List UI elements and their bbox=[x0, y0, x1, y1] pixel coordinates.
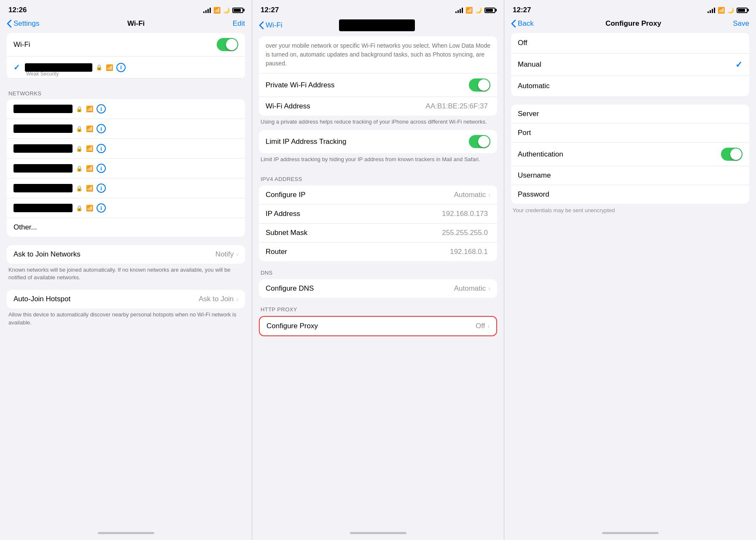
configure-proxy-label: Configure Proxy bbox=[266, 322, 476, 330]
username-row[interactable]: Username bbox=[511, 166, 749, 185]
bottom-spacer-p2 bbox=[252, 336, 504, 353]
router-value: 192.168.0.1 bbox=[450, 248, 488, 256]
toggle-knob-limit bbox=[478, 136, 490, 147]
network-row-1[interactable]: 🔒 📶 i bbox=[7, 99, 245, 119]
limit-ip-row[interactable]: Limit IP Address Tracking bbox=[259, 130, 497, 153]
limit-ip-toggle[interactable] bbox=[469, 135, 490, 148]
wifi-toggle[interactable] bbox=[217, 38, 238, 51]
back-button-1[interactable]: Settings bbox=[7, 19, 39, 28]
subnet-mask-value: 255.255.255.0 bbox=[442, 229, 488, 237]
back-button-2[interactable]: Wi-Fi bbox=[259, 21, 282, 30]
bar4-p3 bbox=[714, 8, 715, 13]
bar2-p3 bbox=[710, 10, 711, 13]
ask-join-row[interactable]: Ask to Join Networks Notify › bbox=[7, 245, 245, 264]
signal-bars-1 bbox=[203, 7, 211, 13]
wifi-toggle-label: Wi-Fi bbox=[13, 40, 217, 49]
http-proxy-highlight: Configure Proxy Off › bbox=[259, 316, 497, 336]
subnet-mask-label: Subnet Mask bbox=[266, 229, 442, 237]
info-5[interactable]: i bbox=[97, 184, 106, 193]
network-icons-5: 🔒 📶 i bbox=[76, 184, 106, 193]
configure-proxy-row[interactable]: Configure Proxy Off › bbox=[260, 317, 496, 335]
save-button[interactable]: Save bbox=[733, 19, 749, 28]
network-row-5[interactable]: 🔒 📶 i bbox=[7, 178, 245, 198]
proxy-off-row[interactable]: Off bbox=[511, 33, 749, 54]
bar3-p3 bbox=[712, 9, 713, 13]
home-bar-3 bbox=[602, 532, 659, 534]
auth-label: Authentication bbox=[518, 150, 721, 159]
battery-fill-3 bbox=[738, 9, 745, 12]
lock-2: 🔒 bbox=[76, 126, 83, 132]
auto-join-footer: Allow this device to automatically disco… bbox=[0, 308, 252, 326]
info-2[interactable]: i bbox=[97, 124, 106, 133]
back-label-3: Back bbox=[518, 19, 534, 28]
authentication-row[interactable]: Authentication bbox=[511, 143, 749, 166]
wifi-address-row: Wi-Fi Address AA:B1:BE:25:6F:37 bbox=[259, 97, 497, 116]
configure-dns-chevron: › bbox=[488, 285, 490, 292]
auto-join-group: Auto-Join Hotspot Ask to Join › Allow th… bbox=[0, 290, 252, 326]
auto-join-label: Auto-Join Hotspot bbox=[13, 295, 199, 303]
back-label-1: Settings bbox=[13, 19, 39, 28]
port-row[interactable]: Port bbox=[511, 124, 749, 143]
status-bar-2: 12:27 📶 🌙 bbox=[252, 0, 504, 18]
http-proxy-header: HTTP PROXY bbox=[252, 298, 504, 316]
auto-join-row[interactable]: Auto-Join Hotspot Ask to Join › bbox=[7, 290, 245, 308]
status-icons-2: 📶 🌙 bbox=[455, 7, 495, 14]
private-wifi-footer: Using a private address helps reduce tra… bbox=[252, 116, 504, 126]
configure-ip-row[interactable]: Configure IP Automatic › bbox=[259, 186, 497, 205]
configure-dns-row[interactable]: Configure DNS Automatic › bbox=[259, 279, 497, 298]
status-bar-1: 12:26 📶 🌙 bbox=[0, 0, 252, 18]
network-name-2 bbox=[13, 124, 73, 133]
router-label: Router bbox=[266, 248, 450, 256]
back-button-3[interactable]: Back bbox=[511, 19, 534, 28]
home-indicator-3 bbox=[504, 526, 756, 540]
proxy-automatic-row[interactable]: Automatic bbox=[511, 76, 749, 96]
private-wifi-toggle[interactable] bbox=[469, 78, 490, 92]
lock-3: 🔒 bbox=[76, 146, 83, 152]
info-1[interactable]: i bbox=[97, 104, 106, 113]
ask-join-group: Ask to Join Networks Notify › Known netw… bbox=[0, 245, 252, 281]
configure-ip-value: Automatic bbox=[454, 191, 486, 199]
ipv4-header: IPV4 ADDRESS bbox=[252, 167, 504, 186]
password-row[interactable]: Password bbox=[511, 185, 749, 204]
network-name-6 bbox=[13, 204, 73, 212]
ask-join-chevron: › bbox=[236, 251, 238, 258]
wifi-3: 📶 bbox=[86, 145, 93, 152]
auth-toggle[interactable] bbox=[721, 148, 743, 161]
other-network-label: Other... bbox=[13, 223, 238, 232]
networks-group: NETWORKS 🔒 📶 i 🔒 📶 i bbox=[0, 87, 252, 237]
network-row-3[interactable]: 🔒 📶 i bbox=[7, 139, 245, 159]
back-label-2: Wi-Fi bbox=[266, 21, 282, 30]
info-3[interactable]: i bbox=[97, 144, 106, 153]
info-button-connected[interactable]: i bbox=[116, 63, 126, 72]
connected-network-wrapper: ✓ 🔒 📶 i Weak Security bbox=[7, 57, 245, 78]
proxy-manual-row[interactable]: Manual ✓ bbox=[511, 54, 749, 76]
wifi-status-icon-1: 📶 bbox=[213, 7, 221, 14]
lock-1: 🔒 bbox=[76, 106, 83, 112]
nav-bar-1: Settings Wi-Fi Edit bbox=[0, 18, 252, 33]
wifi-toggle-group: Wi-Fi ✓ 🔒 📶 i bbox=[0, 33, 252, 78]
weak-security-label: Weak Security bbox=[26, 71, 59, 77]
wifi-strength-connected: 📶 bbox=[106, 64, 113, 71]
network-row-6[interactable]: 🔒 📶 i bbox=[7, 198, 245, 218]
nav-bar-2: Wi-Fi bbox=[252, 18, 504, 36]
network-row-2[interactable]: 🔒 📶 i bbox=[7, 119, 245, 139]
home-indicator-1 bbox=[0, 526, 252, 540]
other-network-row[interactable]: Other... bbox=[7, 218, 245, 237]
private-wifi-row[interactable]: Private Wi-Fi Address bbox=[259, 73, 497, 97]
nav-title-3: Configure Proxy bbox=[605, 19, 661, 28]
proxy-card: Configure Proxy Off › bbox=[260, 317, 496, 335]
connected-network-name bbox=[25, 63, 92, 72]
info-4[interactable]: i bbox=[97, 164, 106, 173]
bar1-p3 bbox=[708, 11, 709, 13]
configure-dns-value: Automatic bbox=[454, 284, 486, 293]
network-icons-4: 🔒 📶 i bbox=[76, 164, 106, 173]
battery-icon-1 bbox=[232, 8, 243, 13]
edit-button[interactable]: Edit bbox=[233, 19, 245, 28]
server-row[interactable]: Server bbox=[511, 105, 749, 124]
info-6[interactable]: i bbox=[97, 203, 106, 213]
bar4 bbox=[210, 8, 211, 13]
status-bar-3: 12:27 📶 🌙 bbox=[504, 0, 756, 18]
network-row-4[interactable]: 🔒 📶 i bbox=[7, 159, 245, 178]
password-label: Password bbox=[518, 190, 743, 199]
network-name-3 bbox=[13, 144, 73, 153]
